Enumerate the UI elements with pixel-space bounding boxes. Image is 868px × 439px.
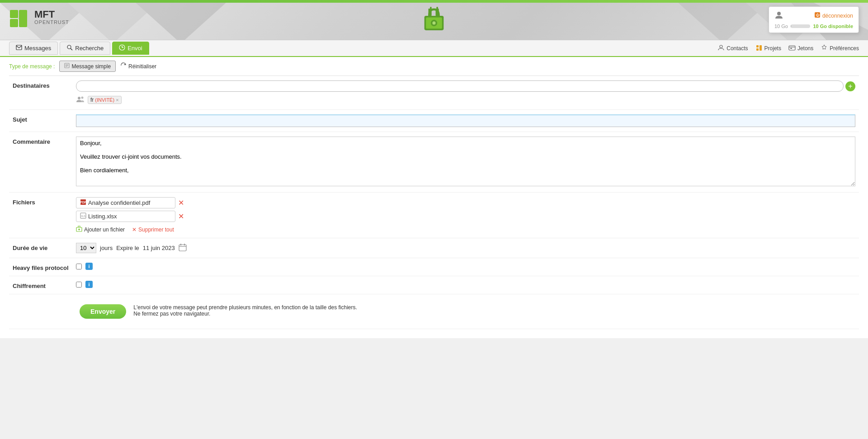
heavy-files-label: Heavy files protocol xyxy=(13,264,69,271)
tab-recherche[interactable]: Recherche xyxy=(60,42,110,55)
fichiers-label: Fichiers xyxy=(13,199,35,206)
svg-point-27 xyxy=(720,45,722,48)
svg-line-23 xyxy=(71,48,72,50)
deconnexion-icon: ⏻ xyxy=(814,12,821,19)
recipient-tags: fr (INVITÉ) × xyxy=(76,94,855,105)
svg-rect-21 xyxy=(16,45,22,50)
storage-bar xyxy=(791,24,810,28)
file-xlsx-name: Listing.xlsx xyxy=(88,213,117,220)
file-item: PDF Analyse confidentiel.pdf ✕ xyxy=(76,197,855,208)
recipients-group-icon xyxy=(76,94,85,105)
svg-rect-48 xyxy=(179,245,186,251)
user-avatar-icon xyxy=(774,10,783,21)
svg-point-18 xyxy=(777,12,781,15)
deconnexion-button[interactable]: ⏻ déconnexion xyxy=(814,12,853,19)
envoyer-button[interactable]: Envoyer xyxy=(80,304,126,319)
reinit-button[interactable]: Réinitialiser xyxy=(120,62,156,70)
destinataires-row: Destinataires + fr (INVITÉ) × xyxy=(9,76,859,110)
heavy-files-info-icon[interactable]: i xyxy=(85,263,93,270)
submit-row: Envoyer L'envoi de votre message peut pr… xyxy=(9,294,859,329)
duration-select[interactable]: 1 2 3 5 7 10 14 21 30 60 90 xyxy=(76,243,96,253)
file-pdf-box: PDF Analyse confidentiel.pdf xyxy=(76,197,175,208)
nav-right: Contacts Projets Jetons Préférences xyxy=(717,44,859,52)
projets-nav-item[interactable]: Projets xyxy=(755,44,781,52)
svg-point-22 xyxy=(67,45,71,49)
chiffrement-checkbox[interactable] xyxy=(76,282,82,288)
calendar-icon[interactable] xyxy=(179,243,187,253)
sujet-row: Sujet xyxy=(9,110,859,132)
submit-note: L'envoi de votre message peut prendre pl… xyxy=(133,304,357,311)
jours-label: jours xyxy=(100,245,113,251)
header-center-icon xyxy=(420,5,448,35)
jetons-nav-item[interactable]: Jetons xyxy=(788,44,813,52)
logo-icon xyxy=(9,6,31,28)
content-area: Type de message : Message simple Réiniti… xyxy=(0,57,868,338)
file-pdf-name: Analyse confidentiel.pdf xyxy=(88,199,150,206)
add-file-icon xyxy=(76,226,82,233)
expire-date: 11 juin 2023 xyxy=(143,245,175,251)
contacts-icon xyxy=(717,44,725,52)
expire-le-label: Expire le xyxy=(116,245,139,251)
messages-icon xyxy=(16,44,22,52)
preferences-icon xyxy=(821,44,828,52)
jetons-icon xyxy=(788,44,796,52)
storage-available-label: 10 Go disponible xyxy=(813,24,853,29)
contacts-nav-item[interactable]: Contacts xyxy=(717,44,748,52)
svg-point-13 xyxy=(432,21,435,24)
fichiers-row: Fichiers PDF Analyse confidentiel.pdf ✕ xyxy=(9,193,859,238)
add-file-button[interactable]: Ajouter un fichier xyxy=(76,226,125,233)
svg-text:XLS: XLS xyxy=(81,215,85,217)
heavy-files-checkbox[interactable] xyxy=(76,264,82,269)
preferences-nav-item[interactable]: Préférences xyxy=(821,44,859,52)
reinit-icon xyxy=(120,62,127,70)
message-type-label: Type de message : xyxy=(9,63,55,70)
logo-mft: MFT xyxy=(34,9,69,19)
svg-point-40 xyxy=(81,97,84,99)
remove-recipient-button[interactable]: × xyxy=(116,97,118,103)
tab-messages[interactable]: Messages xyxy=(9,42,58,55)
svg-text:⏻: ⏻ xyxy=(816,13,820,17)
commentaire-textarea[interactable]: Bonjour, Veuillez trouver ci-joint vos d… xyxy=(76,137,855,186)
remove-xlsx-button[interactable]: ✕ xyxy=(178,213,184,220)
submit-warning: Ne fermez pas votre navigateur. xyxy=(133,311,357,317)
chiffrement-label: Chiffrement xyxy=(13,283,46,289)
svg-rect-30 xyxy=(760,45,762,51)
svg-point-39 xyxy=(78,97,80,99)
user-dropdown: ⏻ déconnexion 10 Go 10 Go disponible xyxy=(769,6,859,33)
svg-rect-8 xyxy=(10,19,18,27)
svg-rect-14 xyxy=(429,9,432,16)
message-type-bar: Type de message : Message simple Réiniti… xyxy=(9,57,859,76)
envoi-icon xyxy=(119,44,125,52)
nav-bar: Messages Recherche Envoi Contacts Proj xyxy=(0,40,868,57)
svg-rect-9 xyxy=(19,10,27,27)
message-simple-tab[interactable]: Message simple xyxy=(59,61,116,72)
duree-vie-label: Durée de vie xyxy=(13,245,47,251)
heavy-files-row: Heavy files protocol i xyxy=(9,258,859,276)
projets-icon xyxy=(755,44,763,52)
destinataires-label: Destinataires xyxy=(13,82,50,89)
commentaire-label: Commentaire xyxy=(13,138,50,145)
remove-all-button[interactable]: ✕ Supprimer tout xyxy=(132,227,174,233)
chiffrement-info-icon[interactable]: i xyxy=(85,281,93,288)
remove-pdf-button[interactable]: ✕ xyxy=(178,199,184,207)
chiffrement-row: Chiffrement i xyxy=(9,276,859,294)
invited-name: fr xyxy=(90,97,94,103)
svg-rect-16 xyxy=(436,9,439,16)
svg-rect-7 xyxy=(10,10,18,18)
remove-all-icon: ✕ xyxy=(132,227,137,233)
recipient-tag: fr (INVITÉ) × xyxy=(88,96,122,104)
file-actions: Ajouter un fichier ✕ Supprimer tout xyxy=(76,226,855,233)
destinataires-input[interactable] xyxy=(76,80,844,92)
sujet-input[interactable] xyxy=(76,114,855,127)
svg-rect-28 xyxy=(756,45,759,47)
tab-envoi[interactable]: Envoi xyxy=(112,42,149,55)
svg-rect-15 xyxy=(430,7,432,9)
file-list: PDF Analyse confidentiel.pdf ✕ XLS Listi… xyxy=(76,197,855,222)
file-item: XLS Listing.xlsx ✕ xyxy=(76,211,855,222)
commentaire-row: Commentaire Bonjour, Veuillez trouver ci… xyxy=(9,132,859,193)
recherche-icon xyxy=(66,44,73,52)
nav-tabs: Messages Recherche Envoi xyxy=(9,42,149,55)
svg-rect-33 xyxy=(790,48,792,49)
xlsx-icon: XLS xyxy=(80,212,86,220)
add-recipient-button[interactable]: + xyxy=(845,81,855,91)
